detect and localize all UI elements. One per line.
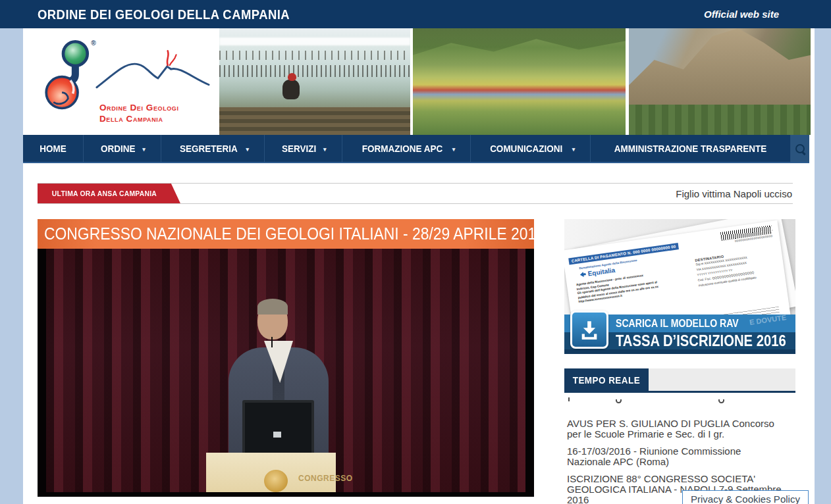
page: ORDINE DEI GEOLOGI DELLA CAMPANIA Offici…: [0, 0, 831, 504]
podium: CONGRESSO: [206, 453, 336, 492]
photo-rock-face: [629, 28, 811, 107]
news-ticker: ULTIMA ORA ANSA CAMPANIA Figlio vittima …: [38, 183, 793, 204]
nav-item-formazione-apc[interactable]: FORMAZIONE APC▾: [342, 135, 471, 162]
header-photo-valley: [413, 28, 626, 135]
nav-item-segreteria[interactable]: SEGRETERIA▾: [161, 135, 265, 162]
tempo-reale-header: TEMPO REALE: [564, 368, 795, 393]
tempo-reale-item[interactable]: 16-17/03/2016 - Riunione Commissione Naz…: [567, 446, 787, 467]
video-title-text: CONGRESSO NAZIONALE DEI GEOLOGI ITALIANI…: [44, 224, 545, 244]
search-icon: [795, 144, 805, 153]
photo-seaweed: [219, 107, 410, 135]
nav-item-segreteria-label: SEGRETERIA: [180, 143, 238, 154]
photo-pole-row: [219, 65, 410, 77]
monitor-sticker: [273, 432, 281, 438]
nav-item-formazione-apc-label: FORMAZIONE APC: [362, 143, 442, 154]
logo: ® Ordine Dei Geologi Della Campania: [23, 28, 219, 135]
vesuvius-outline-icon: [94, 45, 211, 95]
photo-person: [282, 80, 300, 99]
video-letterbox-left: [38, 249, 46, 497]
equitalia-icon: [579, 272, 586, 278]
photo-mountain-ridge: [413, 28, 626, 77]
chevron-down-icon: ▾: [246, 146, 249, 153]
nav-item-comunicazioni[interactable]: COMUNICAZIONI▾: [471, 135, 591, 162]
privacy-cookies-button[interactable]: Privacy & Cookies Policy: [682, 490, 809, 504]
video-letterbox-bottom: [38, 492, 534, 497]
document-fine-print: [580, 307, 780, 315]
content-container: ® Ordine Dei Geologi Della Campania: [23, 28, 815, 504]
clipped-glyph: [718, 399, 724, 403]
rav-cta-line2: TASSA D’ISCRIZIONE 2016: [616, 332, 786, 350]
tempo-reale-title: TEMPO REALE: [573, 374, 640, 386]
nav-item-servizi[interactable]: SERVIZI▾: [265, 135, 342, 162]
document-bleed-text: E DOVUTE: [749, 313, 786, 326]
ticker-item-clipped: [567, 395, 787, 405]
chevron-down-icon: ▾: [323, 146, 327, 153]
rav-download-banner[interactable]: CARTELLA DI PAGAMENTO N. 000 0000 000000…: [564, 219, 795, 354]
header-banner: ® Ordine Dei Geologi Della Campania: [23, 28, 815, 135]
clipped-glyph: [616, 399, 622, 403]
main-article: CONGRESSO NAZIONALE DEI GEOLOGI ITALIANI…: [38, 219, 534, 497]
chevron-down-icon: ▾: [142, 146, 146, 153]
download-icon: [570, 311, 608, 349]
nav-item-home-label: HOME: [40, 143, 67, 154]
rav-cta-line1: SCARICA IL MODELLO RAV: [616, 318, 739, 330]
topbar: ORDINE DEI GEOLOGI DELLA CAMPANIA Offici…: [0, 0, 831, 28]
tempo-reale-item[interactable]: AVUS PER S. GIULIANO DI PUGLIA Concorso …: [567, 418, 787, 440]
ticker-source-label: ULTIMA ORA ANSA CAMPANIA: [52, 189, 157, 197]
video-title-banner: CONGRESSO NAZIONALE DEI GEOLOGI ITALIANI…: [38, 219, 534, 249]
podium-text: CONGRESSO: [298, 474, 353, 483]
rav-document-photo: CARTELLA DI PAGAMENTO N. 000 0000 000000…: [564, 219, 795, 315]
congress-logo-icon: [264, 470, 288, 492]
logo-line2: Della Campania: [99, 113, 179, 124]
ticker-headline-link[interactable]: Figlio vittima Napoli ucciso: [676, 188, 793, 199]
tempo-reale-tab[interactable]: TEMPO REALE: [564, 368, 649, 391]
main-nav: HOME ORDINE▾ SEGRETERIA▾ SERVIZI▾ FORMAZ…: [23, 135, 809, 163]
chevron-down-icon: ▾: [452, 146, 456, 153]
nav-item-servizi-label: SERVIZI: [282, 143, 316, 154]
video-letterbox-right: [525, 249, 534, 497]
rav-bottom-bar: [564, 349, 795, 354]
geologi-logo-icon: ®: [40, 38, 101, 111]
nav-item-amministrazione-trasparente[interactable]: AMMINISTRAZIONE TRASPARENTE: [591, 135, 791, 162]
site-title: ORDINE DEI GEOLOGI DELLA CAMPANIA: [38, 7, 324, 22]
logo-wordmark: Ordine Dei Geologi Della Campania: [99, 102, 179, 124]
nav-item-comunicazioni-label: COMUNICAZIONI: [490, 143, 562, 154]
video-player[interactable]: CONGRESSO: [38, 249, 534, 497]
nav-item-amministrazione-trasparente-label: AMMINISTRAZIONE TRASPARENTE: [614, 143, 767, 154]
official-site-tagline: Official web site: [704, 9, 779, 20]
photo-pole-row: [219, 51, 410, 60]
nav-item-home[interactable]: HOME: [23, 135, 84, 162]
clipped-glyph: [568, 397, 570, 401]
photo-vineyards: [629, 105, 811, 135]
speaker-hair: [257, 299, 288, 315]
sidebar: CARTELLA DI PAGAMENTO N. 000 0000 000000…: [564, 219, 795, 354]
search-button[interactable]: [791, 135, 809, 162]
logo-line1: Ordine Dei Geologi: [99, 102, 179, 113]
photo-person-headwrap: [288, 73, 296, 81]
photo-foam: [219, 38, 410, 45]
ticker-source-badge: ULTIMA ORA ANSA CAMPANIA: [38, 184, 180, 203]
nav-item-ordine[interactable]: ORDINE▾: [84, 135, 161, 162]
document-sheet: CARTELLA DI PAGAMENTO N. 000 0000 000000…: [564, 220, 792, 315]
site-title-text: ORDINE DEI GEOLOGI DELLA CAMPANIA: [38, 7, 290, 22]
microphone-icon: [271, 337, 273, 347]
nav-item-ordine-label: ORDINE: [101, 143, 136, 154]
header-photo-mountain: [629, 28, 811, 135]
header-photo-sea: [219, 28, 410, 135]
chevron-down-icon: ▾: [572, 146, 576, 153]
